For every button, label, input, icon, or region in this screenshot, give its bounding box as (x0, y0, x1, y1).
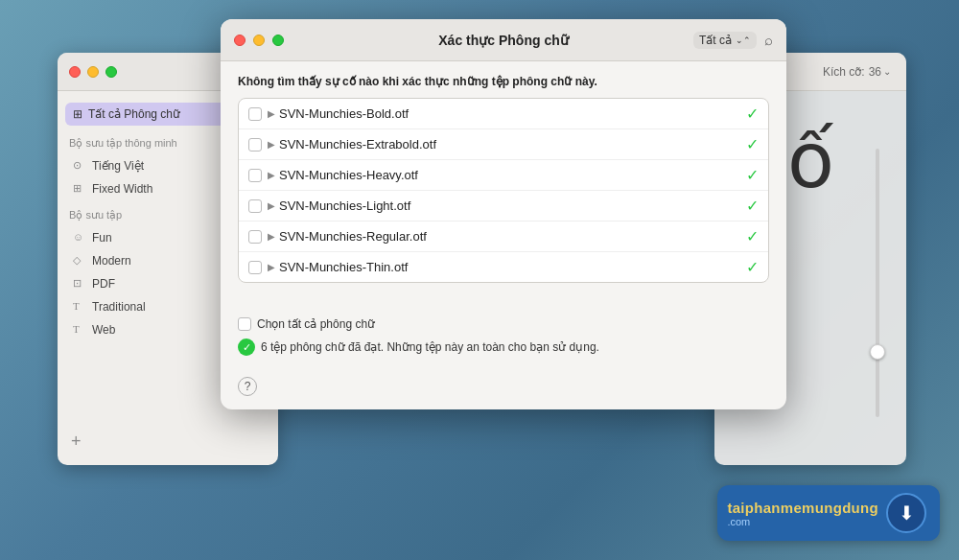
search-button[interactable]: ⌕ (764, 32, 773, 48)
dialog-body: Không tìm thấy sự cố nào khi xác thực nh… (221, 61, 786, 310)
table-row: ▶ SVN-Munchies-Light.otf ✓ (239, 191, 768, 222)
font-validation-dialog: Xác thực Phông chữ Tất cả ⌄⌃ ⌕ Không tìm… (221, 19, 786, 409)
close-button[interactable] (234, 35, 246, 46)
file-checkbox-3[interactable] (248, 169, 262, 182)
search-scope-label: Tất cả (699, 34, 732, 47)
search-scope-arrow: ⌄⌃ (736, 35, 751, 45)
modern-label: Modern (92, 254, 131, 268)
expand-arrow-1: ▶ (268, 108, 275, 119)
watermark-badge: taiphanmemungdung .com ⬇ (717, 485, 940, 541)
file-name-6: SVN-Munchies-Thin.otf (279, 260, 746, 274)
status-text: 6 tệp phông chữ đã đạt. Những tệp này an… (261, 340, 599, 354)
expand-arrow-2: ▶ (268, 139, 275, 150)
valid-icon-1: ✓ (746, 105, 759, 123)
dialog-titlebar: Xác thực Phông chữ Tất cả ⌄⌃ ⌕ (221, 19, 786, 61)
watermark-text: taiphanmemungdung .com (727, 500, 878, 527)
expand-arrow-6: ▶ (268, 262, 275, 272)
file-name-2: SVN-Munchies-Extrabold.otf (279, 137, 746, 152)
file-checkbox-6[interactable] (248, 261, 262, 274)
expand-arrow-4: ▶ (268, 200, 275, 211)
watermark-download-icon: ⬇ (886, 493, 926, 533)
bg-maximize-btn[interactable] (105, 66, 117, 78)
watermark-name-part1: taiphanme (727, 500, 802, 516)
all-fonts-label: Tất cả Phông chữ (88, 107, 180, 121)
status-row: ✓ 6 tệp phông chữ đã đạt. Những tệp này … (238, 338, 769, 356)
expand-arrow-5: ▶ (268, 231, 275, 242)
size-label: Kích cỡ: (823, 65, 865, 79)
traditional-label: Traditional (92, 300, 146, 314)
valid-icon-5: ✓ (746, 227, 759, 245)
file-name-3: SVN-Munchies-Heavy.otf (279, 168, 746, 182)
dialog-footer: Chọn tất cả phông chữ ✓ 6 tệp phông chữ … (221, 310, 786, 369)
select-all-row: Chọn tất cả phông chữ (238, 317, 769, 331)
tieng-viet-icon: ⊙ (73, 159, 86, 173)
help-button[interactable]: ? (238, 377, 257, 396)
file-name-1: SVN-Munchies-Bold.otf (279, 106, 746, 121)
add-collection-button[interactable]: + (71, 432, 82, 452)
file-checkbox-1[interactable] (248, 107, 262, 121)
file-list: ▶ SVN-Munchies-Bold.otf ✓ ▶ SVN-Munchies… (238, 98, 769, 283)
expand-arrow-3: ▶ (268, 170, 275, 180)
size-dropdown-icon: ⌄ (883, 66, 891, 77)
info-text: Không tìm thấy sự cố nào khi xác thực nh… (238, 75, 769, 88)
valid-icon-3: ✓ (746, 166, 759, 184)
valid-icon-2: ✓ (746, 135, 759, 153)
web-label: Web (92, 323, 115, 337)
maximize-button[interactable] (272, 35, 284, 46)
fun-label: Fun (92, 231, 112, 245)
pdf-icon: ⊡ (73, 277, 86, 291)
table-row: ▶ SVN-Munchies-Bold.otf ✓ (239, 99, 768, 129)
minimize-button[interactable] (253, 35, 265, 46)
file-name-5: SVN-Munchies-Regular.otf (279, 229, 746, 244)
fun-icon: ☺ (73, 231, 86, 245)
fixed-width-label: Fixed Width (92, 182, 152, 196)
size-slider-thumb[interactable] (870, 344, 885, 360)
table-row: ▶ SVN-Munchies-Thin.otf ✓ (239, 252, 768, 282)
size-slider-track (876, 149, 879, 417)
file-checkbox-5[interactable] (248, 230, 262, 244)
dialog-title: Xác thực Phông chữ (438, 33, 568, 48)
valid-icon-4: ✓ (746, 197, 759, 215)
fixed-width-icon: ⊞ (73, 182, 86, 196)
table-row: ▶ SVN-Munchies-Heavy.otf ✓ (239, 160, 768, 191)
file-checkbox-2[interactable] (248, 138, 262, 152)
modern-icon: ◇ (73, 254, 86, 268)
bg-close-btn[interactable] (69, 66, 81, 78)
file-checkbox-4[interactable] (248, 199, 262, 213)
bg-minimize-btn[interactable] (87, 66, 99, 78)
pdf-label: PDF (92, 277, 115, 291)
table-row: ▶ SVN-Munchies-Extrabold.otf ✓ (239, 129, 768, 160)
select-all-label: Chọn tất cả phông chữ (257, 317, 375, 331)
web-icon: T (73, 323, 86, 337)
watermark-domain: .com (727, 516, 878, 527)
preview-char: ố (787, 116, 834, 205)
search-scope-selector[interactable]: Tất cả ⌄⌃ (693, 32, 757, 49)
watermark-name: taiphanmemungdung (727, 500, 878, 516)
watermark-name-part2: mungdung (802, 500, 878, 516)
dialog-search-area: Tất cả ⌄⌃ ⌕ (693, 32, 773, 49)
status-success-icon: ✓ (238, 338, 255, 356)
select-all-checkbox[interactable] (238, 317, 251, 331)
traditional-icon: T (73, 300, 86, 314)
tieng-viet-label: Tiếng Việt (92, 159, 144, 173)
help-row: ? (221, 369, 786, 409)
valid-icon-6: ✓ (746, 258, 759, 276)
table-row: ▶ SVN-Munchies-Regular.otf ✓ (239, 222, 768, 252)
file-name-4: SVN-Munchies-Light.otf (279, 198, 746, 213)
size-value: 36 (869, 65, 881, 79)
